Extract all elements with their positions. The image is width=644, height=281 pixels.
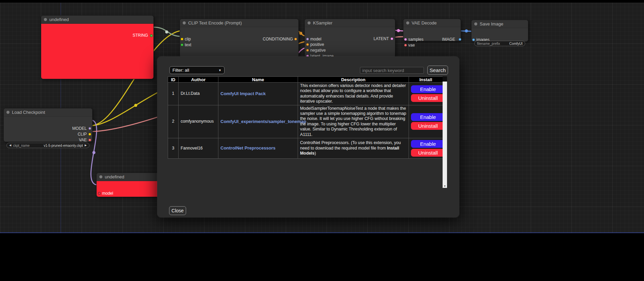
input-port-images[interactable] bbox=[472, 38, 475, 41]
input-port-vae[interactable] bbox=[404, 44, 407, 47]
output-port-latent[interactable] bbox=[391, 37, 393, 40]
output-label-clip: CLIP bbox=[78, 132, 87, 137]
node-title-bar[interactable]: VAE Decode bbox=[403, 19, 461, 27]
output-port-conditioning[interactable] bbox=[294, 38, 297, 40]
input-port-negative[interactable] bbox=[306, 49, 309, 52]
node-undefined-top[interactable]: undefined STRING bbox=[41, 15, 154, 79]
node-status-dot bbox=[6, 111, 10, 114]
scrollbar-thumb[interactable] bbox=[443, 76, 447, 82]
input-port-samples[interactable] bbox=[404, 38, 407, 41]
node-save-image[interactable]: Save Image images filename_prefix ComfyU… bbox=[471, 20, 528, 42]
node-title-bar[interactable]: undefined bbox=[41, 16, 153, 24]
cell-description: ModelSamplerTonemapNoiseTest a node that… bbox=[298, 105, 409, 138]
scrollbar[interactable]: ▼ bbox=[443, 76, 447, 188]
output-port-model[interactable] bbox=[88, 127, 91, 130]
output-label-latent: LATENT bbox=[374, 36, 389, 41]
cell-author: Fannovel16 bbox=[179, 138, 218, 159]
extension-link[interactable]: ComfyUI_experiments/sampler_tonemap bbox=[220, 119, 306, 124]
node-ksampler[interactable]: KSampler model positive negative latent_… bbox=[304, 19, 395, 58]
cell-id: 1 bbox=[168, 83, 179, 105]
link-image-dot bbox=[465, 30, 468, 33]
node-title: undefined bbox=[49, 17, 69, 22]
enable-button[interactable]: Enable bbox=[411, 140, 445, 148]
input-port-text[interactable] bbox=[181, 43, 183, 46]
input-label-model: model bbox=[310, 37, 321, 41]
input-label-negative: negative bbox=[310, 48, 326, 53]
node-status-dot bbox=[406, 21, 409, 24]
ckpt-name-widget[interactable]: ◀ ckpt_name v1-5-pruned-emaonly.ckpt ▶ bbox=[6, 143, 89, 148]
node-title-bar[interactable]: Load Checkpoint bbox=[4, 108, 92, 117]
output-label-string: STRING bbox=[133, 33, 148, 38]
cell-id: 2 bbox=[168, 105, 179, 138]
scroll-down-icon[interactable]: ▼ bbox=[443, 184, 447, 188]
output-label-vae: VAE bbox=[79, 138, 87, 142]
link-model-dot bbox=[93, 151, 96, 154]
output-port-string[interactable] bbox=[150, 34, 153, 37]
node-body: clip text CONDITIONING bbox=[180, 27, 298, 57]
cell-install: Enable Uninstall bbox=[409, 105, 443, 138]
header-description: Description bbox=[298, 77, 409, 83]
input-label-positive: positive bbox=[310, 42, 324, 47]
node-title-bar[interactable]: KSampler bbox=[305, 19, 395, 27]
output-port-vae[interactable] bbox=[88, 139, 91, 141]
output-label-model: MODEL bbox=[72, 126, 87, 131]
search-input[interactable] bbox=[360, 67, 424, 74]
extension-link[interactable]: ComfyUI Impact Pack bbox=[220, 91, 266, 96]
input-port-model[interactable] bbox=[306, 38, 309, 40]
uninstall-button[interactable]: Uninstall bbox=[411, 122, 445, 130]
input-port-clip[interactable] bbox=[181, 38, 183, 40]
close-button[interactable]: Close bbox=[169, 206, 186, 215]
node-load-checkpoint[interactable]: Load Checkpoint MODEL CLIP VAE ◀ ckpt_na… bbox=[3, 108, 93, 142]
extensions-table: ID Author Name Description Install 1 Dr.… bbox=[168, 76, 443, 159]
filename-prefix-label: filename_prefix bbox=[477, 42, 500, 46]
node-status-dot bbox=[474, 22, 477, 25]
filter-select-value: Filter: all bbox=[172, 68, 189, 73]
cell-install: Enable Uninstall bbox=[409, 83, 443, 105]
link-clip2-dot bbox=[134, 104, 137, 107]
previous-arrow-icon[interactable]: ◀ bbox=[9, 144, 11, 147]
node-body: MODEL CLIP VAE ◀ ckpt_name v1-5-pruned-e… bbox=[4, 117, 92, 142]
enable-button[interactable]: Enable bbox=[411, 113, 445, 121]
uninstall-button[interactable]: Uninstall bbox=[411, 94, 445, 102]
input-label-samples: samples bbox=[408, 37, 424, 42]
node-status-dot bbox=[308, 21, 311, 24]
table-row: 1 Dr.Lt.Data ComfyUI Impact Pack This ex… bbox=[168, 83, 443, 105]
cell-description: This extension offers various detector n… bbox=[298, 83, 409, 105]
link-latent-dot bbox=[397, 29, 400, 32]
node-body: images filename_prefix ComfyUI bbox=[472, 28, 528, 41]
ckpt-name-label: ckpt_name bbox=[13, 144, 30, 147]
filter-select[interactable]: Filter: all ▼ bbox=[169, 66, 225, 74]
input-label-model: model bbox=[102, 191, 113, 196]
node-body: samples vae IMAGE bbox=[403, 27, 461, 41]
header-name: Name bbox=[218, 77, 298, 83]
node-title: Load Checkpoint bbox=[12, 110, 45, 115]
node-title-bar[interactable]: Save Image bbox=[472, 20, 528, 28]
cell-install: Enable Uninstall bbox=[409, 138, 443, 159]
node-title: Save Image bbox=[480, 21, 503, 27]
cell-author: comfyanonymous bbox=[179, 105, 218, 138]
search-button[interactable]: Search bbox=[427, 66, 448, 75]
table-row: 3 Fannovel16 ControlNet Preprocessors Co… bbox=[168, 138, 443, 159]
header-author: Author bbox=[179, 77, 218, 83]
node-title: CLIP Text Encode (Prompt) bbox=[188, 20, 242, 25]
input-label-text: text bbox=[185, 42, 191, 47]
enable-button[interactable]: Enable bbox=[411, 85, 445, 93]
node-vae-decode[interactable]: VAE Decode samples vae IMAGE bbox=[403, 19, 461, 41]
uninstall-button[interactable]: Uninstall bbox=[411, 149, 445, 157]
description-text: ControlNet Preprocessors. (To use this e… bbox=[300, 140, 401, 150]
node-title-bar[interactable]: CLIP Text Encode (Prompt) bbox=[180, 19, 298, 27]
next-arrow-icon[interactable]: ▶ bbox=[85, 144, 87, 147]
extension-link[interactable]: ControlNet Preprocessors bbox=[220, 145, 276, 151]
output-port-clip[interactable] bbox=[88, 133, 91, 136]
cell-author: Dr.Lt.Data bbox=[179, 83, 218, 105]
ckpt-name-value: v1-5-pruned-emaonly.ckpt bbox=[44, 144, 83, 147]
description-tail-text: ) bbox=[315, 151, 316, 156]
header-id: ID bbox=[168, 77, 179, 83]
node-body: STRING bbox=[41, 24, 153, 79]
cell-description: ControlNet Preprocessors. (To use this e… bbox=[298, 138, 409, 159]
output-port-image[interactable] bbox=[459, 38, 461, 41]
input-port-model[interactable] bbox=[98, 192, 101, 195]
input-port-positive[interactable] bbox=[306, 43, 309, 46]
filename-prefix-widget[interactable]: filename_prefix ComfyUI bbox=[474, 41, 525, 46]
node-clip-text-encode[interactable]: CLIP Text Encode (Prompt) clip text COND… bbox=[180, 19, 299, 58]
